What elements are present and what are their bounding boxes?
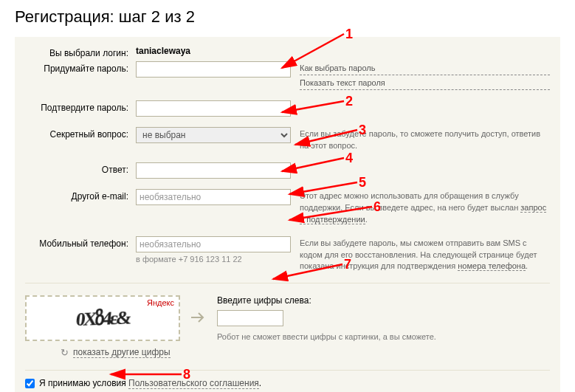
phone-input[interactable]	[136, 236, 291, 252]
secret-question-label: Секретный вопрос:	[25, 127, 136, 140]
password-confirm-input[interactable]	[136, 100, 291, 117]
captcha-brand: Яндекс	[147, 298, 174, 307]
answer-label: Ответ:	[25, 162, 136, 175]
registration-form: Вы выбрали логин: taniaclewaya Придумайт…	[15, 37, 560, 392]
captcha-refresh-link[interactable]: показать другие цифры	[73, 347, 171, 358]
phone-hint: Если вы забудете пароль, мы сможем отпра…	[300, 236, 550, 273]
user-agreement-link[interactable]: Пользовательского соглашения	[128, 378, 259, 389]
password-confirm-label: Подтвердите пароль:	[25, 100, 136, 113]
secret-question-select[interactable]: не выбран	[136, 127, 291, 143]
phone-label: Мобильный телефон:	[25, 236, 136, 249]
captcha-label: Введите цифры слева:	[217, 295, 550, 306]
agree-checkbox[interactable]	[25, 379, 35, 388]
answer-input[interactable]	[136, 162, 291, 179]
howto-password-link[interactable]: Как выбрать пароль	[300, 63, 550, 75]
email-hint: Этот адрес можно использовать для обраще…	[300, 189, 550, 226]
secret-question-hint: Если вы забудете пароль, то сможете полу…	[300, 127, 550, 152]
phone-format-note: в формате +7 916 123 11 22	[136, 255, 291, 264]
captcha-image: Яндекс 0Xზ4ε&	[25, 295, 180, 341]
page-title: Регистрация: шаг 2 из 2	[15, 7, 560, 27]
arrow-right-icon	[190, 311, 207, 326]
password-label: Придумайте пароль:	[25, 61, 136, 74]
agree-text: Я принимаю условия Пользовательского сог…	[39, 378, 261, 388]
email-input[interactable]	[136, 189, 291, 205]
login-label: Вы выбрали логин:	[25, 46, 136, 58]
refresh-icon: ↻	[61, 347, 69, 358]
captcha-note: Робот не сможет ввести цифры с картинки,…	[217, 332, 550, 341]
phone-number-link[interactable]: номера телефона	[458, 261, 526, 271]
captcha-input[interactable]	[217, 310, 283, 326]
login-value: taniaclewaya	[136, 46, 190, 56]
email-label: Другой e-mail:	[25, 189, 136, 202]
captcha-scribble: 0Xზ4ε&	[75, 306, 131, 331]
password-input[interactable]	[136, 61, 291, 78]
show-password-link[interactable]: Показать текст пароля	[300, 78, 550, 90]
